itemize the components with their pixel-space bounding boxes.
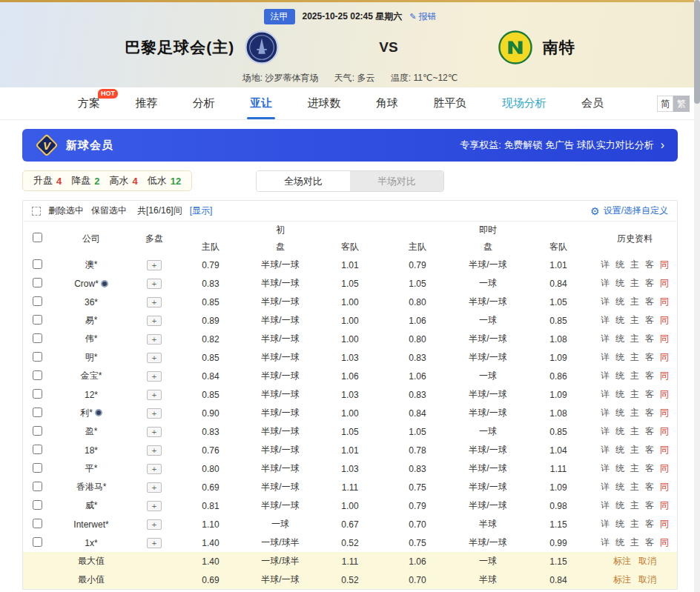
company-link[interactable]: 盈* <box>85 426 98 436</box>
history-link-1[interactable]: 详 <box>601 482 610 492</box>
tab-live-analysis[interactable]: 现场分析 <box>502 87 547 119</box>
history-link-2[interactable]: 统 <box>615 408 624 418</box>
history-link-3[interactable]: 主 <box>630 463 639 473</box>
row-checkbox[interactable] <box>33 315 42 325</box>
history-link-3[interactable]: 主 <box>630 333 639 344</box>
company-link[interactable]: 36* <box>85 297 98 307</box>
lang-traditional-button[interactable]: 繁 <box>673 96 690 112</box>
history-link-2[interactable]: 统 <box>615 426 624 436</box>
vip-banner[interactable]: V 新球会员 专享权益: 免费解锁 免广告 球队实力对比分析 › <box>22 129 678 162</box>
history-link-1[interactable]: 详 <box>601 408 610 418</box>
history-link-2[interactable]: 统 <box>615 296 624 307</box>
history-link-3[interactable]: 主 <box>630 519 639 529</box>
history-link-5[interactable]: 同 <box>660 315 669 325</box>
scrollbar-thumb[interactable] <box>694 0 700 104</box>
history-link-4[interactable]: 客 <box>645 408 654 418</box>
row-checkbox[interactable] <box>33 426 42 436</box>
history-link-4[interactable]: 客 <box>645 445 654 455</box>
history-link-4[interactable]: 客 <box>645 537 654 548</box>
history-link-2[interactable]: 统 <box>615 315 624 325</box>
history-link-1[interactable]: 详 <box>601 370 610 381</box>
expand-multi-odds-button[interactable]: + <box>147 297 162 307</box>
history-link-1[interactable]: 详 <box>601 259 610 270</box>
history-link-3[interactable]: 主 <box>630 315 639 325</box>
row-checkbox[interactable] <box>33 278 42 287</box>
history-link-1[interactable]: 详 <box>601 445 610 455</box>
league-badge[interactable]: 法甲 <box>264 9 295 24</box>
report-error-link[interactable]: ✎ 报错 <box>409 10 436 23</box>
selection-box-icon[interactable] <box>32 207 41 216</box>
expand-multi-odds-button[interactable]: + <box>147 482 162 493</box>
company-link[interactable]: 1x* <box>85 538 97 548</box>
company-link[interactable]: 12* <box>85 390 98 400</box>
row-checkbox[interactable] <box>33 408 42 417</box>
history-link-4[interactable]: 客 <box>645 296 654 307</box>
company-link[interactable]: 利* <box>80 408 93 418</box>
tab-member[interactable]: 会员 <box>581 87 604 119</box>
mark-link[interactable]: 标注 <box>613 574 631 585</box>
history-link-3[interactable]: 主 <box>630 352 639 362</box>
cancel-link[interactable]: 取消 <box>638 574 656 585</box>
expand-multi-odds-button[interactable]: + <box>147 279 162 289</box>
company-link[interactable]: 易* <box>85 315 98 325</box>
company-link[interactable]: Crow* <box>74 279 99 289</box>
expand-multi-odds-button[interactable]: + <box>147 390 162 400</box>
history-link-3[interactable]: 主 <box>630 426 639 436</box>
history-link-4[interactable]: 客 <box>645 278 654 288</box>
history-link-4[interactable]: 客 <box>645 463 654 473</box>
company-link[interactable]: Interwet* <box>73 519 108 530</box>
delete-selected-button[interactable]: 删除选中 <box>48 204 84 217</box>
company-link[interactable]: 平* <box>85 463 98 473</box>
expand-multi-odds-button[interactable]: + <box>147 334 162 345</box>
expand-multi-odds-button[interactable]: + <box>147 445 162 456</box>
company-link[interactable]: 澳* <box>85 259 98 270</box>
history-link-4[interactable]: 客 <box>645 426 654 436</box>
tab-asian-handicap[interactable]: 亚让 <box>250 87 272 119</box>
tab-plan[interactable]: 方案 HOT <box>78 87 100 119</box>
history-link-5[interactable]: 同 <box>660 278 669 288</box>
history-link-5[interactable]: 同 <box>660 352 669 362</box>
history-link-5[interactable]: 同 <box>660 296 669 307</box>
history-link-2[interactable]: 统 <box>615 352 624 362</box>
expand-multi-odds-button[interactable]: + <box>147 371 162 382</box>
cancel-link[interactable]: 取消 <box>638 556 656 566</box>
history-link-1[interactable]: 详 <box>601 278 610 288</box>
history-link-2[interactable]: 统 <box>615 333 624 344</box>
history-link-5[interactable]: 同 <box>660 259 669 270</box>
history-link-3[interactable]: 主 <box>630 278 639 288</box>
history-link-3[interactable]: 主 <box>630 500 639 510</box>
expand-multi-odds-button[interactable]: + <box>147 538 162 548</box>
row-checkbox[interactable] <box>33 519 42 528</box>
expand-multi-odds-button[interactable]: + <box>147 501 162 511</box>
expand-multi-odds-button[interactable]: + <box>147 519 162 530</box>
row-checkbox[interactable] <box>33 482 42 491</box>
history-link-1[interactable]: 详 <box>601 296 610 307</box>
expand-multi-odds-button[interactable]: + <box>147 427 162 437</box>
history-link-2[interactable]: 统 <box>615 445 624 455</box>
history-link-2[interactable]: 统 <box>615 519 624 529</box>
history-link-3[interactable]: 主 <box>630 296 639 307</box>
history-link-4[interactable]: 客 <box>645 352 654 362</box>
row-checkbox[interactable] <box>33 500 42 510</box>
company-link[interactable]: 伟* <box>85 333 98 344</box>
history-link-1[interactable]: 详 <box>601 463 610 473</box>
row-checkbox[interactable] <box>33 537 42 547</box>
mark-link[interactable]: 标注 <box>613 556 631 566</box>
history-link-5[interactable]: 同 <box>660 519 669 529</box>
history-link-4[interactable]: 客 <box>645 370 654 381</box>
keep-selected-button[interactable]: 保留选中 <box>91 204 127 217</box>
history-link-3[interactable]: 主 <box>630 389 639 399</box>
select-all-checkbox[interactable] <box>33 233 42 242</box>
history-link-4[interactable]: 客 <box>645 482 654 492</box>
history-link-3[interactable]: 主 <box>630 408 639 418</box>
history-link-1[interactable]: 详 <box>601 389 610 399</box>
history-link-5[interactable]: 同 <box>660 463 669 473</box>
history-link-3[interactable]: 主 <box>630 445 639 455</box>
settings-customize-link[interactable]: 设置/选择自定义 <box>604 204 668 217</box>
full-match-compare-button[interactable]: 全场对比 <box>257 171 350 191</box>
row-checkbox[interactable] <box>33 259 42 269</box>
company-link[interactable]: 18* <box>85 445 98 456</box>
history-link-5[interactable]: 同 <box>660 445 669 455</box>
history-link-3[interactable]: 主 <box>630 370 639 381</box>
history-link-4[interactable]: 客 <box>645 315 654 325</box>
